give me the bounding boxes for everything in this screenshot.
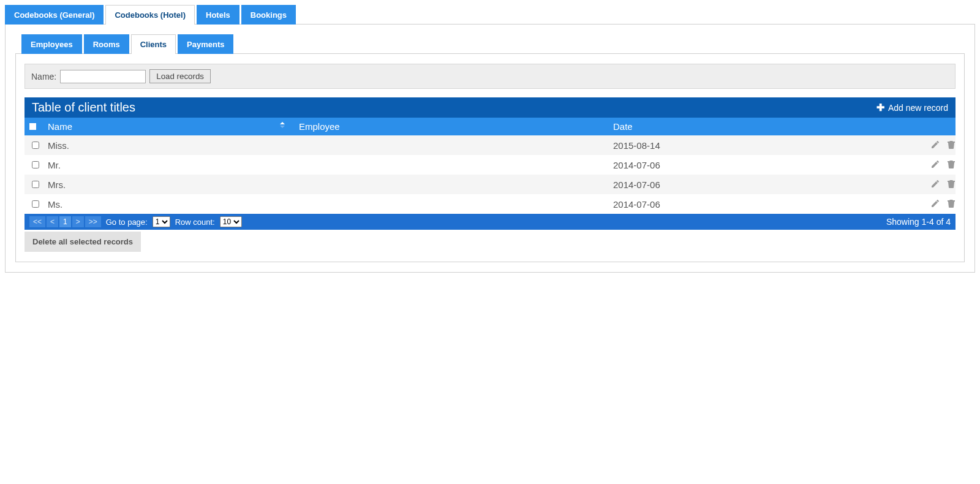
cell-date: 2014-07-06 [608, 155, 922, 175]
cell-date: 2015-08-14 [608, 135, 922, 155]
filter-name-label: Name: [31, 72, 56, 81]
pager: << < 1 > >> Go to page: 1 Row count: 10 … [24, 214, 956, 230]
cell-date: 2014-07-06 [608, 194, 922, 214]
tab-clients[interactable]: Clients [131, 34, 176, 54]
cell-employee [294, 194, 608, 214]
cell-name: Ms. [43, 194, 294, 214]
cell-name: Mrs. [43, 175, 294, 194]
pager-first-button[interactable]: << [29, 216, 45, 227]
pager-status: Showing 1-4 of 4 [886, 217, 951, 227]
row-checkbox[interactable] [32, 181, 39, 188]
header-checkbox-cell [24, 118, 43, 135]
tab-hotels[interactable]: Hotels [197, 5, 239, 25]
tab-codebooks-hotel[interactable]: Codebooks (Hotel) [105, 5, 195, 25]
header-employee[interactable]: Employee [294, 118, 608, 135]
plus-icon: ✚ [876, 104, 884, 112]
main-tabs: Codebooks (General) Codebooks (Hotel) Ho… [5, 5, 975, 25]
header-name-label: Name [48, 121, 72, 132]
delete-all-button[interactable]: Delete all selected records [24, 232, 141, 252]
row-checkbox[interactable] [32, 142, 39, 149]
delete-icon[interactable] [946, 159, 957, 170]
sub-tabs: Employees Rooms Clients Payments [21, 34, 965, 54]
edit-icon[interactable] [930, 159, 941, 170]
add-record-button[interactable]: ✚ Add new record [876, 103, 948, 113]
svg-marker-1 [280, 126, 285, 128]
edit-icon[interactable] [930, 198, 941, 209]
table-wrap: Table of client titles ✚ Add new record [24, 97, 956, 230]
svg-marker-0 [280, 122, 285, 124]
outer-panel: Employees Rooms Clients Payments Name: L… [5, 24, 975, 273]
tab-employees[interactable]: Employees [21, 34, 82, 54]
cell-name: Miss. [43, 135, 294, 155]
table-row: Miss. 2015-08-14 [24, 135, 956, 155]
table-row: Mr. 2014-07-06 [24, 155, 956, 175]
add-record-label: Add new record [888, 103, 948, 113]
filter-name-input[interactable] [60, 70, 146, 83]
cell-employee [294, 155, 608, 175]
rowcount-select[interactable]: 10 [220, 216, 242, 227]
header-date[interactable]: Date [608, 118, 922, 135]
table-title-text: Table of client titles [32, 100, 135, 115]
data-table: Name Employee Date Miss. 2015-08-14 [24, 118, 956, 214]
pager-next-button[interactable]: > [72, 216, 84, 227]
header-name[interactable]: Name [43, 118, 294, 135]
cell-employee [294, 175, 608, 194]
cell-employee [294, 135, 608, 155]
tab-payments[interactable]: Payments [178, 34, 233, 54]
edit-icon[interactable] [930, 178, 941, 189]
edit-icon[interactable] [930, 139, 941, 150]
pager-buttons: << < 1 > >> [29, 216, 101, 227]
pager-page-1[interactable]: 1 [59, 216, 71, 227]
table-row: Mrs. 2014-07-06 [24, 175, 956, 194]
select-all-checkbox[interactable] [29, 123, 36, 130]
pager-prev-button[interactable]: < [47, 216, 58, 227]
load-records-button[interactable]: Load records [149, 69, 211, 83]
rowcount-label: Row count: [175, 217, 215, 227]
delete-icon[interactable] [946, 139, 957, 150]
filter-bar: Name: Load records [24, 64, 956, 89]
tab-codebooks-general[interactable]: Codebooks (General) [5, 5, 104, 25]
row-checkbox[interactable] [32, 200, 39, 208]
table-row: Ms. 2014-07-06 [24, 194, 956, 214]
table-header: Table of client titles ✚ Add new record [24, 97, 956, 118]
tab-rooms[interactable]: Rooms [84, 34, 129, 54]
header-actions [922, 118, 956, 135]
cell-name: Mr. [43, 155, 294, 175]
tab-bookings[interactable]: Bookings [241, 5, 296, 25]
sort-asc-icon [279, 121, 285, 129]
pager-last-button[interactable]: >> [85, 216, 101, 227]
delete-icon[interactable] [946, 198, 957, 209]
inner-panel: Name: Load records Table of client title… [15, 53, 965, 262]
cell-date: 2014-07-06 [608, 175, 922, 194]
row-checkbox[interactable] [32, 161, 39, 168]
goto-page-select[interactable]: 1 [153, 216, 170, 227]
goto-label: Go to page: [106, 217, 148, 227]
delete-icon[interactable] [946, 178, 957, 189]
